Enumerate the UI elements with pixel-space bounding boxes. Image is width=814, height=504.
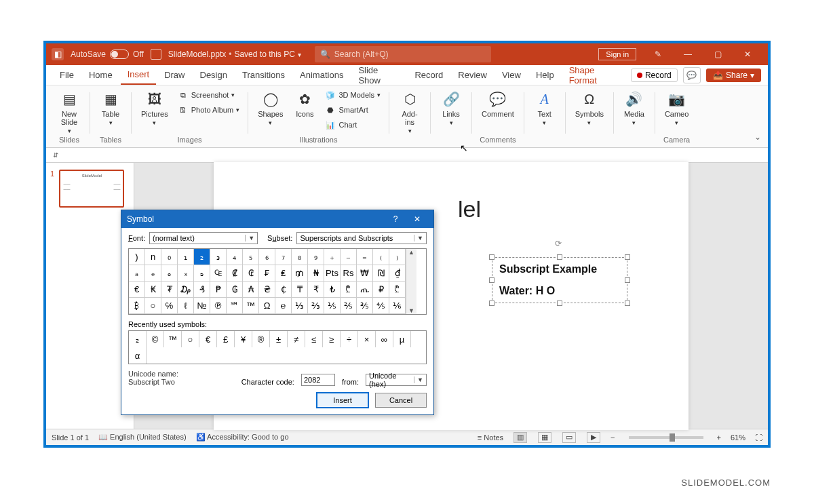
chart-button[interactable]: 📊Chart <box>322 118 383 132</box>
share-button[interactable]: 📤Share▾ <box>706 69 761 82</box>
symbol-cell[interactable]: ⅖ <box>341 298 357 314</box>
tab-review[interactable]: Review <box>451 66 494 84</box>
tab-view[interactable]: View <box>495 66 528 84</box>
symbol-cell[interactable]: ₩ <box>357 265 373 282</box>
maximize-button[interactable]: ▢ <box>703 43 733 65</box>
symbol-cell[interactable]: ℅ <box>161 298 178 314</box>
symbol-cell[interactable]: ₑ <box>145 265 161 282</box>
symbol-cell[interactable]: ₤ <box>275 265 292 282</box>
subset-combo[interactable]: Superscripts and Subscripts▼ <box>296 232 427 244</box>
media-button[interactable]: 🔊Media▾ <box>619 88 649 128</box>
recent-symbol-cell[interactable]: ¥ <box>235 331 252 347</box>
symbol-cell[interactable]: ™ <box>243 298 259 314</box>
selected-textbox[interactable]: ⟳ Subscript Example Water: H O <box>492 257 627 303</box>
char-code-input[interactable] <box>301 374 335 386</box>
close-button[interactable]: ✕ <box>733 43 762 65</box>
symbol-cell[interactable]: ₲ <box>227 282 243 298</box>
symbol-cell[interactable]: ₓ <box>178 265 194 282</box>
symbol-cell[interactable]: ₸ <box>292 282 308 298</box>
collapse-ribbon-button[interactable]: ⌄ <box>754 132 761 142</box>
symbol-cell[interactable]: ₭ <box>145 282 161 298</box>
pictures-button[interactable]: 🖼Pictures▾ <box>137 88 172 128</box>
slide-thumbnail[interactable]: SlideModel ———— ———— <box>59 170 124 208</box>
autosave-toggle[interactable]: AutoSave Off <box>71 50 144 59</box>
recent-symbol-cell[interactable]: ≥ <box>323 331 341 347</box>
save-icon[interactable] <box>151 49 161 60</box>
dialog-help-button[interactable]: ? <box>385 214 406 224</box>
tab-record[interactable]: Record <box>408 66 450 84</box>
slide-counter[interactable]: Slide 1 of 1 <box>52 433 89 442</box>
symbol-cell[interactable]: ₵ <box>275 282 292 298</box>
symbol-cell[interactable]: ₢ <box>243 265 259 282</box>
recent-symbol-cell[interactable]: £ <box>217 331 235 347</box>
dialog-titlebar[interactable]: Symbol ? ✕ <box>121 210 433 228</box>
recent-symbol-cell[interactable]: ® <box>252 331 270 347</box>
symbol-cell[interactable]: ₽ <box>373 282 389 298</box>
photo-album-button[interactable]: 🖻Photo Album ▾ <box>175 103 242 117</box>
symbol-cell[interactable]: ₁ <box>178 249 194 265</box>
accessibility-indicator[interactable]: ♿ Accessibility: Good to go <box>196 433 289 442</box>
symbol-cell[interactable]: ℠ <box>227 298 243 314</box>
symbol-cell[interactable]: ₱ <box>210 282 227 298</box>
symbol-cell[interactable]: ₹ <box>308 282 324 298</box>
font-combo[interactable]: (normal text)▼ <box>149 232 258 244</box>
symbol-cell[interactable]: ₰ <box>194 282 210 298</box>
resize-handle[interactable] <box>625 254 630 260</box>
symbols-button[interactable]: ΩSymbols▾ <box>571 88 608 128</box>
symbol-cell[interactable]: ₈ <box>292 249 308 265</box>
recent-symbol-cell[interactable]: ∞ <box>376 331 393 347</box>
cameo-button[interactable]: 📷Cameo▾ <box>661 88 693 128</box>
recent-symbol-cell[interactable]: α <box>129 347 147 364</box>
rotate-handle-icon[interactable]: ⟳ <box>555 239 564 248</box>
symbol-cell[interactable]: ℗ <box>210 298 227 314</box>
symbol-cell[interactable]: ⅕ <box>324 298 341 314</box>
symbol-cell[interactable]: ₃ <box>210 249 227 265</box>
symbol-grid[interactable]: )n₀₁₂₃₄₅₆₇₈₉₊₋₌₍₎ₐₑₒₓₔ₠₡₢₣₤₥₦PtsRs₩₪₫€₭₮… <box>129 249 406 314</box>
minimize-button[interactable]: — <box>673 43 703 65</box>
symbol-cell[interactable]: ₀ <box>161 249 178 265</box>
sign-in-button[interactable]: Sign in <box>598 48 636 60</box>
resize-handle[interactable] <box>625 301 630 306</box>
recent-symbol-cell[interactable]: ₂ <box>129 331 147 347</box>
zoom-slider[interactable] <box>629 436 703 439</box>
symbol-cell[interactable]: ₾ <box>341 282 357 298</box>
symbol-cell[interactable]: ⅙ <box>389 298 406 314</box>
symbol-cell[interactable]: ₎ <box>389 249 406 265</box>
symbol-cell[interactable]: ₣ <box>259 265 275 282</box>
slideshow-view-button[interactable]: ▶ <box>587 432 600 443</box>
symbol-cell[interactable]: ₒ <box>161 265 178 282</box>
symbol-cell[interactable]: ₥ <box>292 265 308 282</box>
symbol-cell[interactable]: ₿ <box>129 298 145 314</box>
screenshot-button[interactable]: ⧉Screenshot ▾ <box>175 88 242 102</box>
reading-view-button[interactable]: ▭ <box>562 432 576 443</box>
symbol-cell[interactable]: ₫ <box>389 265 406 282</box>
tab-insert[interactable]: Insert <box>121 65 157 85</box>
from-combo[interactable]: Unicode (hex)▼ <box>366 374 427 386</box>
symbol-cell[interactable]: ○ <box>145 298 161 314</box>
symbol-cell[interactable]: № <box>194 298 210 314</box>
qat-overflow-icon[interactable]: ⇵ <box>53 151 58 159</box>
symbol-cell[interactable]: ₍ <box>373 249 389 265</box>
symbol-cell[interactable]: ⅗ <box>357 298 373 314</box>
symbol-cell[interactable]: ₌ <box>357 249 373 265</box>
resize-handle[interactable] <box>625 277 630 283</box>
3d-models-button[interactable]: 🧊3D Models ▾ <box>322 88 383 102</box>
recent-symbol-cell[interactable]: ± <box>270 331 288 347</box>
symbol-cell[interactable]: ₔ <box>194 265 210 282</box>
cancel-button[interactable]: Cancel <box>375 393 427 408</box>
symbol-cell[interactable]: ₂ <box>194 249 210 265</box>
record-button[interactable]: Record <box>631 69 678 82</box>
tab-design[interactable]: Design <box>193 66 234 84</box>
language-indicator[interactable]: 📖 English (United States) <box>98 433 187 442</box>
recent-symbols-grid[interactable]: ₂©™○€£¥®±≠≤≥÷×∞µα <box>128 330 427 364</box>
pen-icon[interactable]: ✎ <box>643 43 673 65</box>
symbol-cell[interactable]: ጤ <box>357 282 373 298</box>
symbol-cell[interactable]: ℓ <box>178 298 194 314</box>
recent-symbol-cell[interactable]: ≤ <box>305 331 323 347</box>
symbol-cell[interactable]: ₺ <box>324 282 341 298</box>
symbol-cell[interactable]: ₮ <box>161 282 178 298</box>
addins-button[interactable]: ⬡Add- ins▾ <box>395 88 425 136</box>
symbol-cell[interactable]: ₳ <box>243 282 259 298</box>
symbol-cell[interactable]: ₾ <box>389 282 406 298</box>
insert-button[interactable]: Insert <box>317 393 368 408</box>
